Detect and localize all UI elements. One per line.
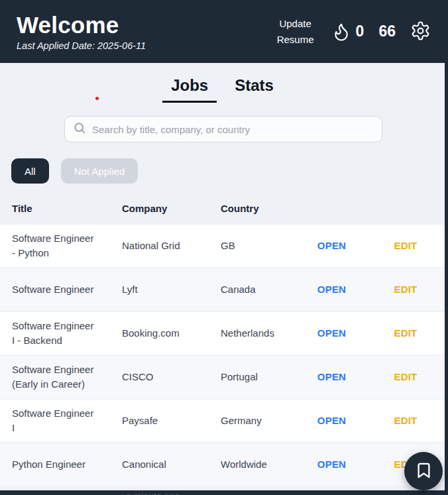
table-row: Software Engineer - Python National Grid… (0, 225, 445, 267)
streak-count: 0 (356, 23, 364, 40)
column-header-country: Country (221, 203, 297, 214)
edit-link[interactable]: EDIT (394, 284, 418, 295)
update-resume-button[interactable]: Update Resume (274, 16, 317, 47)
open-link[interactable]: OPEN (317, 371, 346, 382)
settings-button[interactable] (410, 21, 431, 43)
bookmark-icon (415, 461, 433, 482)
job-country: Portugal (221, 370, 297, 384)
table-row: Software Engineer Lyft Canada OPEN EDIT (0, 268, 445, 311)
job-title: Software Engineer (Early in Career) (12, 362, 122, 392)
applied-count: 66 (378, 23, 396, 40)
open-link[interactable]: OPEN (317, 459, 346, 470)
header-title-block: Welcome Last Applied Date: 2025-06-11 (0, 12, 146, 51)
tab-bar: Jobs Stats (0, 76, 445, 103)
flame-icon (331, 21, 351, 42)
search-icon (73, 121, 86, 137)
notification-dot (95, 97, 99, 100)
tab-stats[interactable]: Stats (226, 76, 282, 103)
job-country: Germany (221, 413, 297, 428)
job-company: Canonical (122, 457, 221, 472)
table-row: Software Engineer (Early in Career) CISC… (0, 356, 445, 398)
open-link[interactable]: OPEN (317, 415, 346, 426)
search-input[interactable] (92, 124, 374, 135)
job-company: Paysafe (122, 413, 221, 428)
page-title: Welcome (17, 12, 146, 38)
job-country: Canada (221, 282, 297, 297)
table-row: Software Engineer I - Backend Booking.co… (0, 312, 445, 355)
edit-link[interactable]: EDIT (394, 240, 418, 251)
open-link[interactable]: OPEN (317, 240, 346, 251)
app-header: Welcome Last Applied Date: 2025-06-11 Up… (0, 0, 448, 63)
job-company: CISCO (122, 370, 221, 384)
table-row: Python Engineer Canonical Worldwide OPEN… (0, 443, 445, 486)
gear-icon (410, 21, 431, 43)
job-country: Worldwide (221, 457, 297, 472)
table-row: Software Engineer I Paysafe Germany OPEN… (0, 400, 445, 442)
filter-all[interactable]: All (11, 158, 49, 184)
open-link[interactable]: OPEN (317, 327, 346, 339)
column-header-title: Title (12, 203, 122, 214)
main-content: Jobs Stats All Not Applied Title Company… (0, 63, 445, 490)
job-company: Booking.com (122, 326, 221, 341)
saved-jobs-fab[interactable] (404, 452, 443, 490)
job-title: Software Engineer - Python (12, 231, 122, 260)
job-company: National Grid (122, 239, 221, 253)
filter-pills: All Not Applied (11, 158, 138, 184)
job-title: Software Engineer I (12, 406, 122, 435)
streak-counter: 0 (331, 21, 364, 42)
last-applied-date: Last Applied Date: 2025-06-11 (17, 40, 146, 51)
edit-link[interactable]: EDIT (394, 327, 418, 339)
table-header: Title Company Country (0, 203, 445, 214)
search-bar (64, 116, 382, 142)
header-actions: Update Resume 0 66 (274, 0, 431, 63)
job-title: Python Engineer (12, 457, 122, 472)
table-body: Software Engineer - Python National Grid… (0, 225, 445, 486)
edit-link[interactable]: EDIT (394, 415, 418, 426)
job-title: Software Engineer (12, 282, 122, 297)
open-link[interactable]: OPEN (317, 284, 346, 295)
column-header-company: Company (122, 203, 221, 214)
job-company: Lyft (122, 282, 221, 297)
job-country: GB (221, 239, 297, 253)
tab-jobs[interactable]: Jobs (162, 76, 217, 103)
job-title: Software Engineer I - Backend (12, 319, 122, 348)
jobs-table: Title Company Country Software Engineer … (0, 203, 445, 487)
footer-status-text: a minute ago (126, 491, 180, 495)
edit-link[interactable]: EDIT (394, 371, 418, 382)
job-country: Netherlands (221, 326, 297, 341)
filter-not-applied[interactable]: Not Applied (61, 158, 139, 184)
